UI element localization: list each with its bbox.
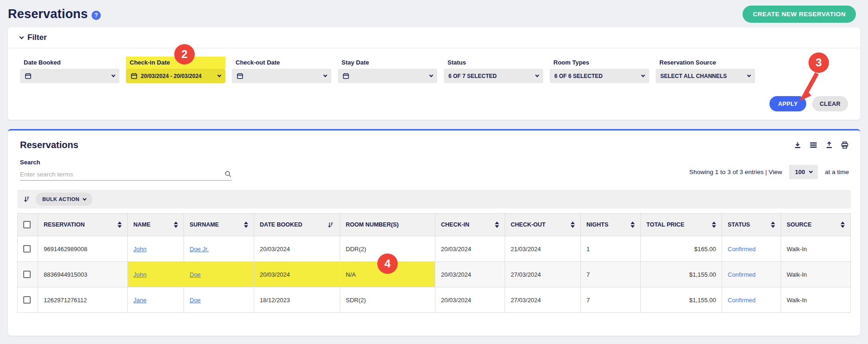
column-header-source[interactable]: SOURCE bbox=[781, 214, 851, 236]
guest-surname-link[interactable]: Doe Jr. bbox=[190, 246, 209, 253]
status-link[interactable]: Confirmed bbox=[728, 271, 756, 278]
check-out-cell: 27/03/2024 bbox=[505, 262, 581, 287]
chevron-down-icon bbox=[429, 73, 433, 77]
filter-field-date-booked: Date Booked bbox=[20, 57, 119, 83]
reservations-page: Reservations ? CREATE NEW RESERVATION Fi… bbox=[0, 0, 868, 344]
row-checkbox[interactable] bbox=[23, 271, 31, 278]
search-label: Search bbox=[20, 159, 232, 166]
stay-date-picker[interactable] bbox=[338, 69, 437, 83]
reservations-table: RESERVATION NAME SURNAME DATE BOOKED ROO… bbox=[17, 213, 851, 313]
filter-field-check-out-date: Check-out Date bbox=[232, 57, 331, 83]
chevron-down-icon bbox=[323, 73, 327, 77]
column-header-nights[interactable]: NIGHTS bbox=[581, 214, 641, 236]
page-size-select[interactable]: 100 bbox=[789, 165, 818, 179]
top-bar: Reservations ? CREATE NEW RESERVATION bbox=[0, 0, 868, 27]
at-a-time-text: at a time bbox=[825, 169, 849, 175]
status-link[interactable]: Confirmed bbox=[728, 246, 756, 253]
select-all-header bbox=[18, 214, 38, 236]
chevron-down-icon bbox=[217, 73, 221, 77]
page-title: Reservations bbox=[8, 7, 88, 21]
row-checkbox[interactable] bbox=[23, 296, 31, 304]
select-all-checkbox[interactable] bbox=[23, 221, 31, 228]
table-row: 9691462989008 John Doe Jr. 20/03/2024 DD… bbox=[18, 236, 851, 262]
showing-entries-text: Showing 1 to 3 of 3 entries | View bbox=[689, 169, 782, 175]
status-link[interactable]: Confirmed bbox=[728, 297, 756, 304]
filter-fields-row: Date Booked Check-in Date 20/03/2024 - 2… bbox=[8, 48, 860, 83]
nights-cell: 1 bbox=[581, 236, 641, 262]
column-header-name[interactable]: NAME bbox=[128, 214, 184, 236]
column-header-check-out[interactable]: CHECK-OUT bbox=[505, 214, 581, 236]
calendar-icon bbox=[342, 72, 349, 79]
search-box bbox=[20, 170, 232, 181]
help-icon[interactable]: ? bbox=[92, 11, 101, 20]
chevron-down-icon bbox=[747, 73, 751, 77]
print-icon[interactable] bbox=[841, 141, 849, 149]
status-select[interactable]: 6 OF 7 SELECTED bbox=[444, 69, 543, 83]
columns-icon[interactable] bbox=[809, 141, 818, 149]
guest-surname-link[interactable]: Doe bbox=[190, 271, 201, 278]
check-out-cell: 27/03/2024 bbox=[505, 287, 581, 313]
sort-amount-icon[interactable] bbox=[23, 195, 30, 203]
guest-surname-link[interactable]: Doe bbox=[190, 297, 201, 304]
filter-actions: APPLY CLEAR bbox=[8, 83, 860, 120]
guest-name-link[interactable]: John bbox=[133, 271, 146, 278]
column-header-check-in[interactable]: CHECK-IN bbox=[435, 214, 505, 236]
pagination-meta: Showing 1 to 3 of 3 entries | View 100 a… bbox=[689, 165, 849, 181]
row-checkbox[interactable] bbox=[23, 245, 31, 253]
source-cell: Walk-In bbox=[781, 287, 851, 313]
chevron-down-icon bbox=[112, 73, 115, 77]
total-price-cell: $1,155.00 bbox=[641, 287, 722, 313]
reservation-source-label: Reservation Source bbox=[656, 57, 755, 69]
sort-desc-icon bbox=[327, 221, 334, 228]
date-booked-cell: 20/03/2024 bbox=[254, 262, 340, 287]
guest-name-link[interactable]: John bbox=[133, 246, 146, 253]
bulk-action-bar: BULK ACTION bbox=[17, 190, 851, 208]
filter-field-status: Status 6 OF 7 SELECTED bbox=[444, 57, 543, 83]
date-booked-picker[interactable] bbox=[20, 69, 119, 83]
calendar-icon bbox=[25, 72, 32, 79]
status-label: Status bbox=[444, 57, 543, 69]
check-in-date-value: 20/03/2024 - 20/03/2024 bbox=[141, 73, 202, 79]
filter-panel: Filter Date Booked Check-in Date 20/03/2… bbox=[8, 27, 860, 120]
check-in-cell: 20/03/2024 bbox=[435, 262, 505, 287]
table-toolbar bbox=[794, 141, 849, 149]
column-header-total-price[interactable]: TOTAL PRICE bbox=[641, 214, 722, 236]
filter-collapse-header[interactable]: Filter bbox=[8, 27, 860, 48]
annotation-step-4-badge: 4 bbox=[377, 253, 398, 274]
upload-icon[interactable] bbox=[825, 141, 833, 149]
table-row: 1262971276112 Jane Doe 18/12/2023 SDR(2)… bbox=[18, 287, 851, 313]
check-out-date-picker[interactable] bbox=[232, 69, 331, 83]
sort-icon bbox=[118, 221, 122, 228]
reservation-source-select[interactable]: SELECT ALL CHANNELS bbox=[656, 69, 755, 83]
reservation-id-cell: 8836944915003 bbox=[38, 262, 128, 287]
chevron-down-icon bbox=[809, 169, 812, 173]
check-in-date-picker[interactable]: 20/03/2024 - 20/03/2024 bbox=[126, 69, 225, 83]
column-header-surname[interactable]: SURNAME bbox=[184, 214, 254, 236]
sort-icon bbox=[571, 221, 575, 228]
chevron-down-icon bbox=[83, 196, 86, 200]
column-header-reservation[interactable]: RESERVATION bbox=[38, 214, 128, 236]
bulk-action-button[interactable]: BULK ACTION bbox=[36, 193, 92, 206]
table-row: 8836944915003 John Doe 20/03/2024 N/A 20… bbox=[18, 262, 851, 287]
filter-field-reservation-source: Reservation Source SELECT ALL CHANNELS bbox=[656, 57, 755, 83]
total-price-cell: $165.00 bbox=[641, 236, 722, 262]
reservation-id-cell: 1262971276112 bbox=[38, 287, 128, 313]
calendar-icon bbox=[237, 72, 243, 79]
stay-date-label: Stay Date bbox=[338, 57, 437, 69]
sort-icon bbox=[174, 221, 178, 228]
nights-cell: 7 bbox=[581, 287, 641, 313]
total-price-cell: $1,155.00 bbox=[641, 262, 722, 287]
sort-icon bbox=[495, 221, 499, 228]
column-header-room-numbers[interactable]: ROOM NUMBER(S) bbox=[340, 214, 435, 236]
search-input[interactable] bbox=[20, 171, 224, 178]
sort-icon bbox=[841, 221, 845, 228]
column-header-date-booked[interactable]: DATE BOOKED bbox=[254, 214, 340, 236]
column-header-status[interactable]: STATUS bbox=[722, 214, 781, 236]
source-cell: Walk-In bbox=[781, 262, 851, 287]
guest-name-link[interactable]: Jane bbox=[133, 297, 146, 304]
room-types-select[interactable]: 6 OF 6 SELECTED bbox=[550, 69, 649, 83]
create-new-reservation-button[interactable]: CREATE NEW RESERVATION bbox=[743, 6, 856, 23]
download-icon[interactable] bbox=[794, 141, 802, 149]
annotation-arrow bbox=[796, 70, 825, 104]
room-numbers-cell: SDR(2) bbox=[340, 287, 435, 313]
